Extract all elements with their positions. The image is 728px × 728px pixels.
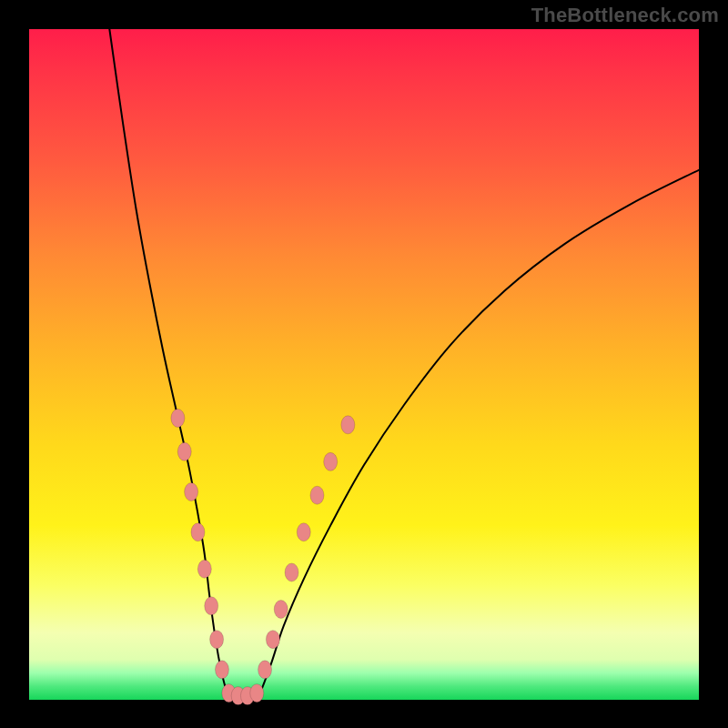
app-frame: TheBottleneck.com — [0, 0, 728, 728]
attribution-label: TheBottleneck.com — [531, 4, 719, 27]
curve-left-branch — [109, 29, 257, 702]
bead-marker — [285, 563, 298, 581]
bead-marker — [250, 684, 264, 703]
bead-marker — [266, 631, 279, 649]
bead-marker — [197, 560, 211, 578]
bead-marker — [177, 442, 191, 460]
bead-marker — [205, 597, 218, 615]
bead-marker — [215, 661, 228, 679]
bead-group — [171, 409, 355, 704]
bead-marker — [297, 523, 310, 541]
bead-marker — [210, 631, 224, 649]
bead-marker — [324, 452, 338, 470]
bead-marker — [274, 601, 288, 619]
bead-marker — [341, 416, 355, 434]
bead-marker — [171, 409, 185, 427]
curve-right-branch — [230, 170, 699, 703]
bead-marker — [185, 483, 198, 501]
plot-area — [29, 29, 699, 700]
curve-layer — [29, 29, 699, 700]
bead-marker — [310, 486, 324, 504]
bead-marker — [191, 523, 205, 541]
bead-marker — [258, 661, 272, 679]
